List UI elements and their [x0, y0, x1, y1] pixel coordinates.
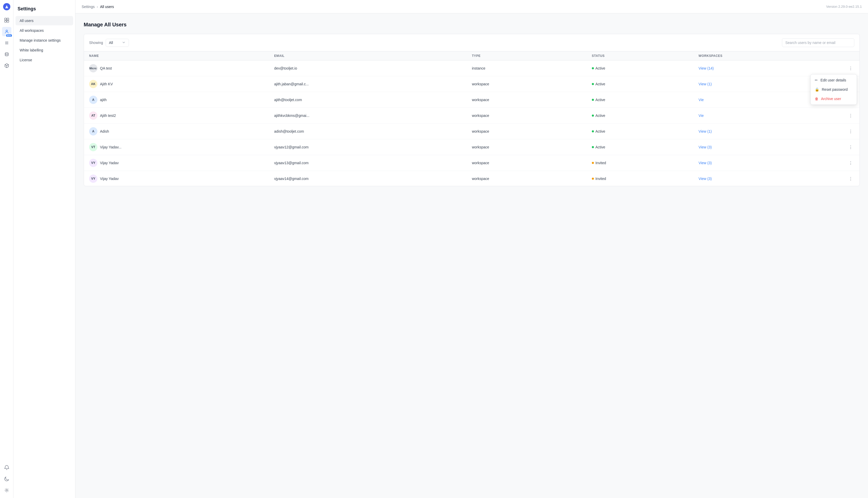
table-row: VY Vijay Yadav vjyaav14@gmail.com worksp…: [84, 171, 859, 186]
user-status-cell: Active: [587, 76, 693, 92]
content-area: Manage All Users Showing All: [76, 13, 868, 498]
view-workspaces-link[interactable]: Vie: [699, 98, 704, 102]
user-email: vjyaav12@gmail.com: [274, 145, 309, 149]
sidebar-item-white-labelling[interactable]: White labelling: [15, 45, 73, 55]
user-status-cell: Invited: [587, 155, 693, 171]
user-name: QA test: [100, 66, 112, 70]
search-input[interactable]: [782, 38, 854, 47]
status-dot: [592, 130, 594, 132]
user-email-cell: vjyaav14@gmail.com: [269, 171, 466, 186]
view-workspaces-link[interactable]: View (3): [699, 145, 712, 149]
user-workspaces-cell: View (1): [693, 123, 842, 139]
col-type: TYPE: [467, 51, 587, 61]
reset-password-menu-item[interactable]: 🔒 Reset password: [811, 85, 857, 94]
table-toolbar: Showing All: [84, 34, 859, 51]
table-row: Micro: QA test dev@tooljet.io instance A…: [84, 61, 859, 76]
row-actions-cell: ⋮: [842, 61, 859, 76]
view-workspaces-link[interactable]: View (3): [699, 176, 712, 181]
user-status-cell: Active: [587, 108, 693, 123]
more-options-button[interactable]: ⋮: [847, 144, 854, 151]
sidebar-title: Settings: [13, 4, 75, 16]
status-label: Active: [595, 82, 605, 86]
table-row: AT Ajith test2 ajithkvcbkms@gmai... work…: [84, 108, 859, 123]
status-label: Invited: [595, 161, 606, 165]
sidebar-item-apps[interactable]: [2, 15, 11, 25]
user-name-cell: VY Vijay Yadav: [84, 171, 269, 186]
user-name: Ajith KV: [100, 82, 113, 86]
archive-user-menu-item[interactable]: 🗑 Archive user: [811, 94, 857, 103]
sidebar-item-database[interactable]: [2, 50, 11, 59]
edit-user-menu-item[interactable]: ✏ Edit user details: [811, 76, 857, 85]
settings-icon[interactable]: [2, 486, 11, 495]
row-actions-cell: ⋮: [842, 123, 859, 139]
status-label: Active: [595, 114, 605, 118]
col-actions: [842, 51, 859, 61]
view-workspaces-link[interactable]: View (1): [699, 82, 712, 86]
sidebar-item-list[interactable]: [2, 38, 11, 48]
user-email-cell: vjyaav13@gmail.com: [269, 155, 466, 171]
user-email-cell: vjyaav12@gmail.com: [269, 139, 466, 155]
user-name-cell: VT Vijay Yadav...: [84, 139, 269, 155]
user-type-cell: workspace: [467, 123, 587, 139]
user-status-cell: Active: [587, 92, 693, 108]
user-status-cell: Invited: [587, 171, 693, 186]
more-options-button[interactable]: ⋮: [847, 65, 854, 72]
status-dot: [592, 162, 594, 164]
more-options-button[interactable]: ⋮: [847, 159, 854, 167]
user-email-cell: ajith.jaban@gmail.c...: [269, 76, 466, 92]
view-workspaces-link[interactable]: View (1): [699, 129, 712, 133]
user-workspaces-cell: View (3): [693, 139, 842, 155]
showing-label: Showing: [89, 41, 103, 45]
table-row: VY Vijay Yadav vjyaav13@gmail.com worksp…: [84, 155, 859, 171]
user-type-cell: workspace: [467, 139, 587, 155]
user-type: workspace: [472, 161, 489, 165]
user-workspaces-cell: Vie: [693, 108, 842, 123]
user-email: ajith@tooljet.com: [274, 98, 302, 102]
user-email-cell: dev@tooljet.io: [269, 61, 466, 76]
user-type-cell: workspace: [467, 171, 587, 186]
svg-rect-5: [7, 21, 9, 22]
svg-rect-2: [5, 18, 6, 20]
app-logo[interactable]: [3, 3, 10, 11]
user-type: workspace: [472, 114, 489, 118]
sidebar-item-license[interactable]: License: [15, 55, 73, 65]
breadcrumb-separator: ›: [97, 5, 98, 9]
breadcrumb-current: All users: [100, 5, 114, 9]
user-name: Adish: [100, 129, 109, 133]
sidebar-item-all-users[interactable]: All users: [15, 16, 73, 25]
more-options-button[interactable]: ⋮: [847, 112, 854, 119]
dark-mode-icon[interactable]: [2, 474, 11, 484]
status-label: Invited: [595, 176, 606, 181]
user-name: Vijay Yadav: [100, 161, 119, 165]
svg-rect-3: [7, 18, 9, 20]
notifications-icon[interactable]: [2, 463, 11, 472]
sidebar-item-all-workspaces[interactable]: All workspaces: [15, 26, 73, 35]
more-options-button[interactable]: ⋮: [847, 128, 854, 135]
main-content: Settings › All users Version 2.29.0-ee2.…: [76, 0, 868, 498]
sidebar-item-packages[interactable]: [2, 61, 11, 70]
view-workspaces-link[interactable]: View (3): [699, 161, 712, 165]
context-menu: ✏ Edit user details 🔒 Reset password 🗑 A…: [810, 74, 857, 105]
sidebar-item-manage-instance[interactable]: Manage instance settings: [15, 36, 73, 45]
breadcrumb-parent[interactable]: Settings: [82, 5, 95, 9]
col-email: EMAIL: [269, 51, 466, 61]
status-label: Active: [595, 66, 605, 70]
more-options-button[interactable]: ⋮: [847, 175, 854, 182]
col-workspaces: WORKSPACES: [693, 51, 842, 61]
filter-select[interactable]: All: [106, 39, 129, 47]
user-type: workspace: [472, 145, 489, 149]
user-name-cell: A ajith: [84, 92, 269, 108]
table-row: A Adish adish@tooljet.com workspace Acti…: [84, 123, 859, 139]
sidebar-item-team[interactable]: Beta: [2, 27, 11, 36]
status-label: Active: [595, 129, 605, 133]
status-label: Active: [595, 98, 605, 102]
sidebar: Settings All users All workspaces Manage…: [13, 0, 76, 498]
status-dot: [592, 178, 594, 180]
row-actions-cell: ⋮ ✏ Edit user details 🔒 Reset password 🗑…: [842, 92, 859, 108]
users-table: NAME EMAIL TYPE STATUS WORKSPACES Micro:…: [84, 51, 859, 186]
user-email: ajith.jaban@gmail.c...: [274, 82, 309, 86]
view-workspaces-link[interactable]: View (14): [699, 66, 714, 70]
svg-point-14: [6, 489, 8, 491]
user-name-cell: AK Ajith KV: [84, 76, 269, 92]
view-workspaces-link[interactable]: Vie: [699, 114, 704, 118]
